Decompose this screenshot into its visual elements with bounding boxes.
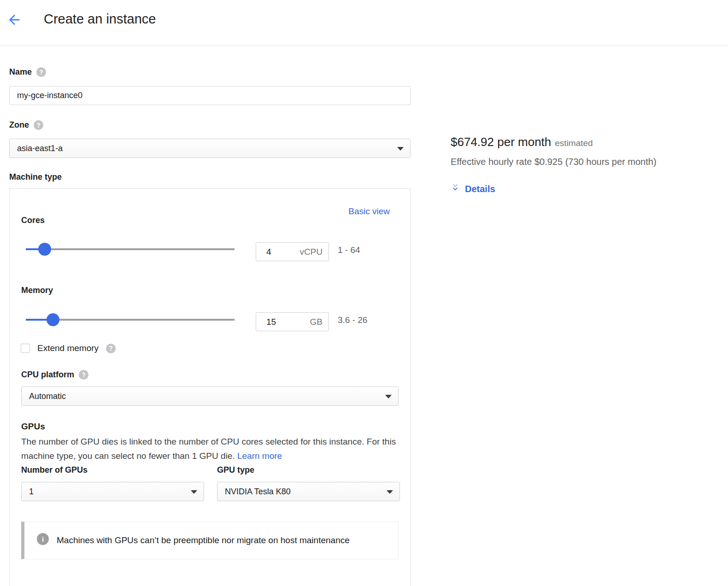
gpu-preemptible-notice-text: Machines with GPUs can’t be preemptible … — [57, 533, 350, 548]
extend-memory-help-icon[interactable]: ? — [106, 344, 116, 353]
machine-type-panel: Basic view Cores vCPU 1 - 64 Memory GB 3… — [9, 188, 411, 586]
cores-value-box: vCPU — [256, 242, 329, 261]
cores-range-label: 1 - 64 — [338, 245, 360, 255]
number-of-gpus-label: Number of GPUs — [21, 465, 88, 475]
gpu-type-label: GPU type — [217, 465, 254, 475]
gpus-description-text: The number of GPU dies is linked to the … — [21, 437, 396, 461]
instance-name-input[interactable] — [9, 86, 411, 105]
cpu-platform-label: CPU platform — [21, 370, 74, 380]
zone-label-row: Zone ? — [9, 120, 43, 130]
page-header: Create an instance — [0, 0, 728, 46]
cpu-platform-help-icon[interactable]: ? — [79, 370, 88, 380]
gpus-label: GPUs — [21, 422, 45, 432]
back-button[interactable] — [6, 12, 23, 29]
info-icon: i — [37, 533, 49, 545]
gpu-preemptible-notice: i Machines with GPUs can’t be preemptibl… — [21, 522, 399, 559]
cores-slider-handle[interactable] — [38, 243, 51, 256]
number-of-gpus-select[interactable]: 1 — [21, 482, 204, 501]
name-label-row: Name ? — [9, 67, 46, 77]
cores-slider[interactable] — [26, 243, 235, 256]
page-title: Create an instance — [44, 12, 156, 27]
zone-select-value: asia-east1-a — [17, 144, 63, 153]
monthly-price-value: $674.92 per month — [451, 135, 551, 149]
machine-type-label-row: Machine type — [9, 172, 62, 182]
dropdown-caret-icon — [397, 147, 404, 151]
cpu-platform-label-row: CPU platform ? — [21, 370, 88, 380]
cores-slider-track[interactable] — [26, 248, 235, 250]
memory-label: Memory — [21, 286, 53, 295]
number-of-gpus-select-value: 1 — [29, 487, 34, 497]
machine-type-label: Machine type — [9, 172, 62, 182]
double-chevron-down-icon — [451, 183, 460, 195]
dropdown-caret-icon — [191, 490, 197, 494]
details-toggle[interactable]: Details — [451, 183, 657, 195]
instance-form: Name ? Zone ? asia-east1-a Machine type … — [9, 46, 411, 586]
name-help-icon[interactable]: ? — [36, 67, 46, 77]
basic-view-link[interactable]: Basic view — [348, 206, 390, 217]
zone-label: Zone — [9, 120, 29, 130]
gpus-description: The number of GPU dies is linked to the … — [21, 434, 398, 463]
hourly-rate: Effective hourly rate $0.925 (730 hours … — [451, 157, 657, 167]
extend-memory-checkbox[interactable] — [21, 344, 30, 353]
extend-memory-label: Extend memory — [37, 343, 99, 353]
cores-unit-label: vCPU — [299, 247, 329, 257]
name-label: Name — [9, 67, 32, 77]
cores-label: Cores — [21, 216, 45, 225]
dropdown-caret-icon — [385, 395, 392, 398]
estimated-label: estimated — [555, 138, 593, 148]
cpu-platform-select-value: Automatic — [29, 392, 66, 401]
extend-memory-row: Extend memory ? — [21, 343, 116, 353]
zone-select[interactable]: asia-east1-a — [9, 139, 411, 158]
memory-value-box: GB — [256, 312, 329, 331]
monthly-price: $674.92 per monthestimated — [451, 135, 657, 149]
memory-slider[interactable] — [26, 313, 235, 326]
back-arrow-icon — [6, 22, 22, 29]
memory-unit-label: GB — [310, 317, 329, 327]
cpu-platform-select[interactable]: Automatic — [21, 387, 399, 406]
pricing-panel: $674.92 per monthestimated Effective hou… — [451, 135, 657, 195]
cores-value-input[interactable] — [256, 247, 288, 257]
gpu-type-select-value: NVIDIA Tesla K80 — [225, 487, 291, 497]
dropdown-caret-icon — [387, 490, 393, 494]
memory-slider-handle[interactable] — [47, 313, 59, 326]
zone-help-icon[interactable]: ? — [34, 120, 43, 130]
memory-range-label: 3.6 - 26 — [338, 315, 367, 325]
details-link[interactable]: Details — [465, 184, 495, 194]
memory-value-input[interactable] — [256, 317, 288, 327]
gpu-type-select[interactable]: NVIDIA Tesla K80 — [217, 482, 400, 501]
learn-more-link[interactable]: Learn more — [237, 451, 282, 461]
